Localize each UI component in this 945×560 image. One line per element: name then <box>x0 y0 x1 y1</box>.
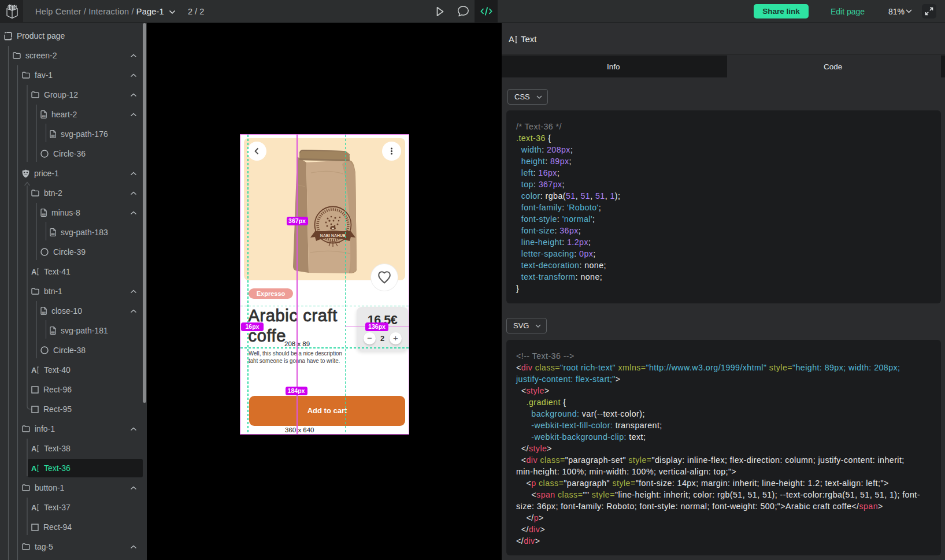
svg-text:svg: svg <box>51 331 55 333</box>
svg-text:A: A <box>31 366 37 374</box>
svg-text:svg: svg <box>42 311 46 314</box>
svg-text:A: A <box>509 35 514 44</box>
svg-text:NABI NAHUB: NABI NAHUB <box>320 233 345 238</box>
svg-text:A: A <box>31 503 37 511</box>
svg-text:A: A <box>31 464 37 472</box>
svg-text:svg: svg <box>42 115 46 117</box>
svg-text:A: A <box>31 444 37 453</box>
svg-text:svg: svg <box>51 135 55 137</box>
svg-text:svg: svg <box>42 213 46 216</box>
svg-text:A: A <box>31 268 37 276</box>
svg-text:svg: svg <box>51 233 55 235</box>
